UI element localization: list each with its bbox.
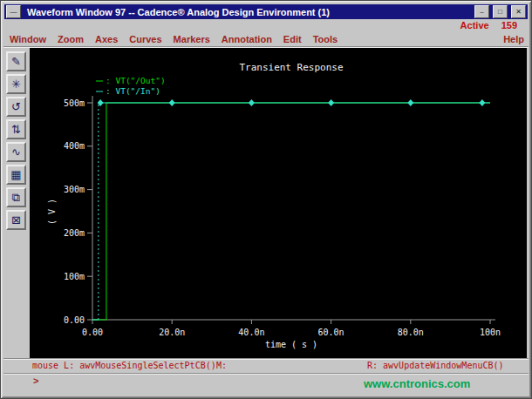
tool-zoom-fit-button[interactable]: ✳ bbox=[6, 74, 26, 94]
x-tick-label: 40.0n bbox=[238, 328, 264, 337]
menu-item-edit[interactable]: Edit bbox=[283, 34, 302, 44]
trace-marker-diamond bbox=[249, 99, 255, 106]
plot-status-separator bbox=[3, 358, 529, 360]
tool-probe-button[interactable]: ✎ bbox=[6, 51, 26, 71]
copy-icon: ⧉ bbox=[12, 192, 20, 203]
menu-item-tools[interactable]: Tools bbox=[313, 34, 338, 44]
menu-bar: WindowZoomAxesCurvesMarkersAnnotationEdi… bbox=[10, 32, 524, 46]
trace-marker-diamond bbox=[328, 99, 334, 106]
menu-item-axes[interactable]: Axes bbox=[95, 34, 118, 44]
x-axis-label: time ( s ) bbox=[265, 340, 317, 349]
close-button[interactable]: ✕ bbox=[511, 5, 526, 18]
loop-arrow-icon: ↺ bbox=[11, 101, 21, 112]
x-tick-label: 100n bbox=[480, 328, 501, 337]
box-x-icon: ⊠ bbox=[11, 214, 21, 226]
tool-delete-button[interactable]: ⊠ bbox=[6, 210, 26, 230]
menu-item-window[interactable]: Window bbox=[10, 34, 46, 44]
arrows-up-down-icon: ⇅ bbox=[11, 124, 21, 135]
plot-area[interactable]: 0.0020.0n40.0n60.0n80.0n100n0.00100m200m… bbox=[30, 48, 527, 358]
close-icon: ✕ bbox=[515, 9, 522, 16]
trace-marker-diamond bbox=[169, 99, 175, 106]
tool-redraw-button[interactable]: ↺ bbox=[6, 97, 26, 117]
active-label: Active bbox=[460, 20, 489, 30]
y-tick-label: 0.00 bbox=[64, 315, 85, 325]
mouse-right-binding: R: awvUpdateWindowMenuCB() bbox=[367, 361, 504, 370]
y-tick-label: 400m bbox=[64, 141, 85, 151]
y-tick-label: 500m bbox=[64, 98, 85, 108]
tool-calculator-button[interactable]: ▦ bbox=[6, 165, 26, 185]
tool-copy-window-button[interactable]: ⧉ bbox=[6, 187, 26, 207]
status-bar: mouse L: awvMouseSingleSelectPtCB() M: R… bbox=[4, 361, 528, 372]
window-menu-button[interactable]: — bbox=[6, 5, 21, 18]
maximize-icon: □ bbox=[498, 9, 502, 16]
tool-subwindow-button[interactable]: ∿ bbox=[6, 142, 26, 162]
prompt: > bbox=[33, 375, 38, 386]
menu-items: WindowZoomAxesCurvesMarkersAnnotationEdi… bbox=[10, 34, 338, 44]
legend-label-0: : VT("/Out") bbox=[106, 76, 166, 85]
minimize-icon: – bbox=[480, 9, 483, 16]
window-menu-icon: — bbox=[10, 9, 17, 16]
menu-item-annotation[interactable]: Annotation bbox=[222, 34, 272, 44]
waveform-icon: ∿ bbox=[11, 146, 21, 158]
asterisk-icon: ✳ bbox=[11, 78, 21, 90]
title-bar[interactable]: — Waveform Window 97 -- Cadence® Analog … bbox=[4, 4, 528, 19]
menu-item-zoom[interactable]: Zoom bbox=[58, 34, 84, 44]
trace-marker-diamond bbox=[479, 99, 485, 106]
pen-icon: ✎ bbox=[11, 56, 21, 67]
x-tick-label: 60.0n bbox=[318, 328, 344, 337]
y-axis-label: ( V ) bbox=[47, 199, 57, 225]
menu-item-help[interactable]: Help bbox=[503, 34, 524, 44]
waveform-window: — Waveform Window 97 -- Cadence® Analog … bbox=[0, 0, 532, 399]
minimize-button[interactable]: – bbox=[474, 5, 489, 18]
plot-title: Transient Response bbox=[239, 62, 343, 73]
x-tick-label: 20.0n bbox=[159, 328, 185, 337]
menu-item-markers[interactable]: Markers bbox=[174, 34, 210, 44]
watermark: www.cntronics.com bbox=[364, 377, 470, 390]
left-toolbar: ✎✳↺⇅∿▦⧉⊠ bbox=[6, 51, 28, 230]
waveform-plot-canvas[interactable]: 0.0020.0n40.0n60.0n80.0n100n0.00100m200m… bbox=[30, 48, 527, 358]
x-tick-label: 0.00 bbox=[82, 328, 103, 337]
active-status: Active159 bbox=[460, 20, 517, 30]
mouse-left-binding: mouse L: awvMouseSingleSelectPtCB() bbox=[32, 361, 216, 370]
tool-strip-chart-button[interactable]: ⇅ bbox=[6, 119, 26, 139]
maximize-button[interactable]: □ bbox=[493, 5, 508, 18]
y-tick-label: 300m bbox=[64, 185, 85, 194]
mouse-middle-binding: M: bbox=[216, 361, 227, 370]
y-tick-label: 100m bbox=[64, 272, 85, 281]
legend-label-1: : VT("/In") bbox=[106, 86, 160, 96]
trace-marker-diamond bbox=[407, 99, 413, 106]
menu-item-curves[interactable]: Curves bbox=[129, 34, 161, 44]
calculator-icon: ▦ bbox=[10, 169, 21, 180]
status-prompt-separator bbox=[3, 373, 529, 375]
active-value: 159 bbox=[501, 20, 517, 30]
window-title: Waveform Window 97 -- Cadence® Analog De… bbox=[23, 7, 473, 17]
x-tick-label: 80.0n bbox=[398, 328, 424, 337]
y-tick-label: 200m bbox=[64, 228, 85, 238]
